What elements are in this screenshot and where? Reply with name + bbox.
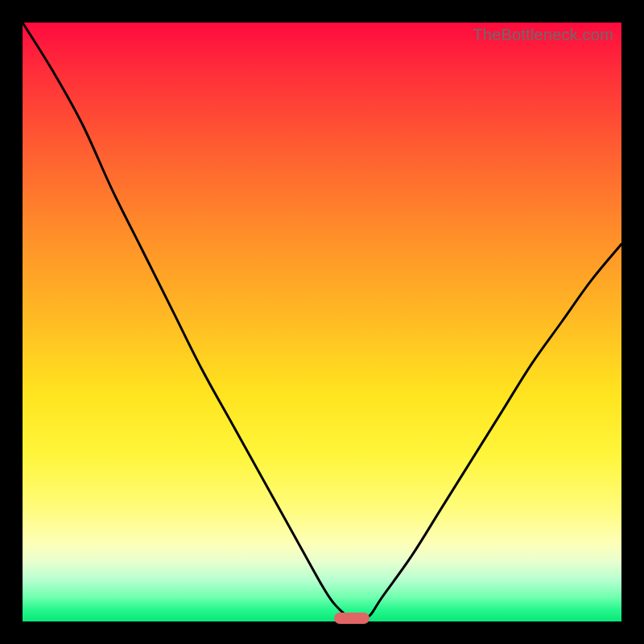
optimal-marker [334, 613, 369, 624]
bottleneck-curve [23, 23, 621, 621]
curve-path [23, 23, 621, 622]
plot-area: TheBottleneck.com [23, 23, 621, 621]
